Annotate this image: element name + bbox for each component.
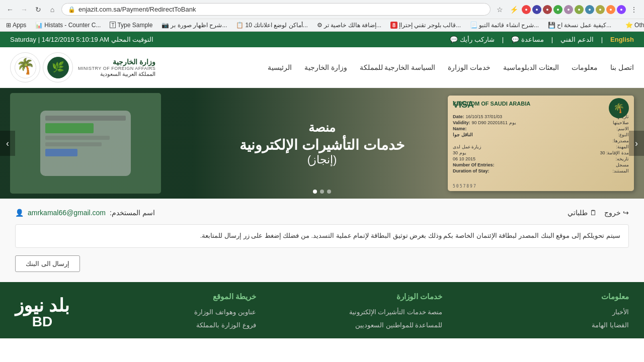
top-bar-right: التوقيت المحلي Saturday | 14/12/2019 5:1…	[10, 36, 153, 43]
user-label: اسم المستخدم:	[110, 209, 155, 217]
extension-icon-5[interactable]: ●	[564, 5, 573, 14]
footer-info-item-2: القضايا الهامة	[452, 320, 629, 329]
bookmark-star-button[interactable]: ☆	[494, 4, 506, 16]
hero-arrow-left[interactable]: ‹	[0, 131, 15, 156]
top-bar-left: English | الدعم الفني | مساعدة 💬 | شاركب…	[450, 36, 634, 43]
refresh-button[interactable]: ↻	[32, 4, 44, 16]
nav-bar: اتصل بنا معلومات البعثات الدبلوماسية خدم…	[0, 47, 644, 88]
extensions-button[interactable]: ⚡	[508, 4, 520, 16]
bookmark-8[interactable]: 💾 كيفية عمل نسخة اح...	[546, 21, 613, 30]
share-link[interactable]: شاركب رأيك 💬	[450, 36, 494, 43]
separator-1: |	[601, 36, 603, 43]
slider-dot-3[interactable]	[327, 190, 331, 194]
nav-ministry-services[interactable]: خدمات الوزارة	[448, 63, 491, 71]
nav-diplomatic[interactable]: البعثات الدبلوماسية	[503, 63, 559, 71]
hero-tablet-bg	[10, 93, 161, 194]
footer-info-list: الأخبار القضايا الهامة	[452, 307, 629, 329]
footer-info-title: معلومات	[452, 292, 629, 301]
extension-icon-10[interactable]: ●	[617, 5, 626, 14]
datetime-display: التوقيت المحلي Saturday | 14/12/2019 5:1…	[10, 36, 153, 43]
histats-icon: 📊	[35, 22, 43, 29]
info-message: سيتم تحويلكم إلى موقع البنك المصدر لبطاق…	[15, 224, 629, 248]
footer-sitemap-item-2: فروع الوزارة بالمملكة	[79, 320, 256, 329]
bookmark-histats[interactable]: 📊 Histats - Counter C...	[33, 21, 103, 30]
requests-icon: 🗒	[590, 209, 597, 217]
footer-sitemap-link-1[interactable]: عناوين وهواتف الوزارة	[194, 308, 256, 316]
bookmark-3-icon: 📷	[162, 22, 169, 29]
footer-sitemap-item-1: عناوين وهواتف الوزارة	[79, 307, 256, 316]
footer-info-link-2[interactable]: القضايا الهامة	[592, 321, 629, 329]
extension-icon-1[interactable]: ●	[522, 5, 531, 14]
nav-links: اتصل بنا معلومات البعثات الدبلوماسية خدم…	[268, 63, 634, 71]
footer-sitemap-title: خريطة الموقع	[79, 292, 256, 301]
extension-icon-9[interactable]: ●	[606, 5, 615, 14]
slider-dot-2[interactable]	[320, 190, 324, 194]
bookmark-4[interactable]: 📋 10 أماكن لوضع اعلاناتك...	[234, 21, 309, 30]
bookmark-apps[interactable]: ⊞ Apps	[4, 21, 28, 30]
extension-icon-2[interactable]: ●	[532, 5, 541, 14]
slider-dots	[313, 190, 331, 194]
saudi-seal-small: 🌴	[609, 98, 629, 118]
logout-link[interactable]: ↪ خروج	[604, 209, 629, 217]
user-info: اسم المستخدم: amrkamal66@gmail.com 👤	[15, 209, 155, 217]
footer-service-link-2[interactable]: للمساعدة للمواطنين السعوديين	[355, 321, 442, 329]
footer-service-link-1[interactable]: منصة خدمات التأشيرات الإلكترونية	[349, 308, 443, 316]
support-link[interactable]: الدعم الفني	[560, 36, 594, 43]
logo-arabic-text: بلد نيوز	[15, 297, 69, 315]
footer-sitemap-link-2[interactable]: فروع الوزارة بالمملكة	[196, 321, 256, 329]
passport-header-text: KINGDOM OF SAUDI ARABIA	[453, 101, 629, 107]
bookmark-5[interactable]: ⚙ إضافة هالك خاصية تر...	[315, 21, 383, 30]
bookmarks-bar: ⊞ Apps 📊 Histats - Counter C... 🅃 Type S…	[0, 19, 644, 31]
extension-icon-4[interactable]: ●	[553, 5, 562, 14]
back-button[interactable]: ←	[4, 4, 16, 16]
apps-icon: ⊞	[6, 22, 11, 29]
ministry-logo: 🌿	[43, 52, 73, 82]
bookmark-7[interactable]: 📃 شرح انشاء قائمة التبو...	[468, 21, 541, 30]
passport-fields: Date:16/10/15 37/01/03 تاريخها Validity:…	[453, 114, 629, 173]
home-button[interactable]: ⌂	[46, 4, 58, 16]
footer-service-item-1: منصة خدمات التأشيرات الإلكترونية	[266, 307, 443, 316]
footer-services-title: خدمات الوزارة	[266, 292, 443, 301]
nav-foreign-affairs[interactable]: وزارة الخارجية	[304, 63, 347, 71]
send-to-bank-button[interactable]: إرسال الى البنك	[15, 255, 80, 272]
hero-subtitle: خدمات التأشيرات الإلكترونية	[239, 137, 405, 153]
forward-button[interactable]: →	[18, 4, 30, 16]
extension-icon-8[interactable]: ●	[596, 5, 605, 14]
bookmark-other[interactable]: ⭐ Other bookmarks	[623, 21, 644, 30]
logout-arrow-icon: ↪	[623, 209, 629, 217]
my-requests-link[interactable]: 🗒 طلباتي	[568, 209, 597, 217]
nav-contact[interactable]: اتصل بنا	[610, 63, 634, 71]
bookmark-6[interactable]: 8 قالب بلوجر تقني إحتراإ...	[388, 21, 463, 30]
bookmark-type-sample[interactable]: 🅃 Type Sample	[108, 21, 154, 30]
extension-icon-6[interactable]: ●	[575, 5, 584, 14]
slider-dot-1[interactable]	[313, 190, 317, 194]
bookmark-3[interactable]: 📷 شرح اظهار صورة بر...	[159, 21, 229, 30]
website: English | الدعم الفني | مساعدة 💬 | شاركب…	[0, 32, 644, 338]
nav-home[interactable]: الرئيسية	[268, 63, 292, 71]
ministry-arabic-name: وزارة الخارجية	[78, 58, 155, 66]
user-person-icon: 👤	[15, 209, 24, 217]
kingdom-name: المملكة العربية السعودية	[78, 71, 155, 77]
hero-arrow-right[interactable]: ›	[629, 131, 644, 156]
extension-icon-7[interactable]: ●	[585, 5, 594, 14]
footer-info-link-1[interactable]: الأخبار	[612, 308, 629, 316]
browser-actions: ☆ ⚡ ● ● ● ● ● ● ● ● ● ● ⋮	[494, 4, 640, 16]
help-link[interactable]: مساعدة 💬	[511, 36, 544, 43]
type-sample-icon: 🅃	[110, 22, 116, 29]
nav-foreign-policy[interactable]: السياسة الخارجية للمملكة	[360, 63, 436, 71]
more-button[interactable]: ⋮	[628, 4, 640, 16]
other-bookmarks-icon: ⭐	[625, 22, 633, 29]
ministry-english-name: MINISTRY OF FOREIGN AFFAIRS	[78, 66, 155, 71]
footer-info-item-1: الأخبار	[452, 307, 629, 316]
user-email: amrkamal66@gmail.com	[28, 209, 106, 217]
extension-icon-3[interactable]: ●	[543, 5, 552, 14]
saudi-emblem-svg: 🌴	[14, 56, 37, 79]
english-link[interactable]: English	[610, 36, 634, 43]
user-actions: ↪ خروج 🗒 طلباتي	[568, 209, 629, 217]
visa-label: VISA	[453, 100, 474, 110]
browser-chrome: ← → ↻ ⌂ 🔒 enjazit.com.sa/Payment/Redirec…	[0, 0, 644, 32]
nav-info[interactable]: معلومات	[572, 63, 598, 71]
address-bar[interactable]: 🔒 enjazit.com.sa/Payment/RedirectToBank	[61, 3, 491, 16]
footer-logo: بلد نيوز BD	[15, 292, 69, 333]
footer-services-list: منصة خدمات التأشيرات الإلكترونية للمساعد…	[266, 307, 443, 329]
